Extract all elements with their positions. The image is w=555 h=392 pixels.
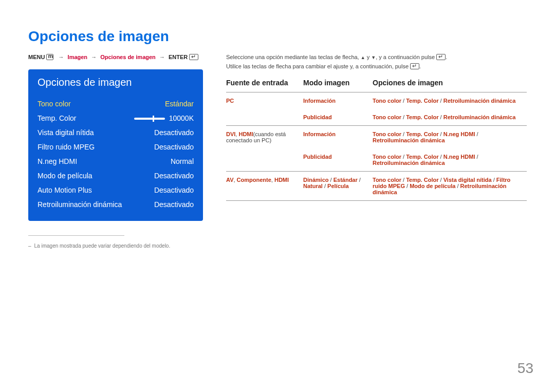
breadcrumb-imagen: Imagen	[68, 54, 88, 60]
footnote-text: La imagen mostrada puede variar dependie…	[34, 243, 171, 249]
osd-item-label: Filtro ruido MPEG	[38, 143, 95, 151]
osd-item-label: Tono color	[38, 100, 71, 108]
page-number: 53	[517, 360, 533, 377]
footnote: –La imagen mostrada puede variar dependi…	[28, 243, 203, 249]
cell-options: Tono color / Temp. Color / Retroiluminac…	[373, 92, 527, 109]
menu-icon	[46, 54, 53, 60]
table-row: AV, Componente, HDMIDinámico / Estándar …	[226, 172, 527, 201]
table-row: DVI, HDMI(cuando está conectado un PC)In…	[226, 126, 527, 148]
cell-source	[226, 109, 303, 126]
osd-item-value: 10000K	[134, 114, 194, 122]
cell-source: DVI, HDMI(cuando está conectado un PC)	[226, 126, 303, 148]
cell-options: Tono color / Temp. Color / Vista digital…	[373, 172, 527, 201]
osd-item-value: Desactivado	[154, 128, 194, 137]
table-header-source: Fuente de entrada	[226, 79, 303, 92]
arrow-icon: →	[91, 54, 97, 60]
cell-mode: Publicidad	[303, 109, 373, 126]
osd-item-value: Desactivado	[154, 143, 194, 151]
osd-menu-item[interactable]: Modo de películaDesactivado	[38, 169, 194, 183]
osd-menu-item[interactable]: Retroiluminación dinámicaDesactivado	[38, 197, 194, 212]
arrow-icon: →	[59, 54, 64, 60]
table-row: PublicidadTono color / Temp. Color / N.n…	[226, 148, 527, 172]
slider-icon	[134, 118, 165, 120]
enter-icon	[410, 63, 419, 69]
osd-menu-item[interactable]: Vista digital nítidaDesactivado	[38, 125, 194, 140]
osd-menu-item[interactable]: N.neg HDMINormal	[38, 154, 194, 169]
osd-menu-item[interactable]: Tono colorEstándar	[38, 97, 194, 111]
osd-item-label: Retroiluminación dinámica	[38, 200, 122, 209]
up-arrow-icon: ▲	[361, 55, 365, 60]
options-table: Fuente de entrada Modo imagen Opciones d…	[226, 79, 527, 201]
intro-text: , y a continuación pulse	[376, 54, 436, 60]
cell-mode: Dinámico / Estándar / Natural / Película	[303, 172, 373, 201]
osd-item-value: Desactivado	[154, 186, 194, 194]
cell-source: PC	[226, 92, 303, 109]
cell-options: Tono color / Temp. Color / N.neg HDMI / …	[373, 126, 527, 148]
table-row: PublicidadTono color / Temp. Color / Ret…	[226, 109, 527, 126]
osd-item-label: Temp. Color	[38, 114, 76, 122]
cell-source: AV, Componente, HDMI	[226, 172, 303, 201]
table-header-options: Opciones de imagen	[373, 79, 527, 92]
osd-item-label: Vista digital nítida	[38, 128, 94, 137]
note-divider	[28, 235, 124, 236]
intro-text: Seleccione una opción mediante las tecla…	[226, 54, 361, 60]
breadcrumb-enter: ENTER	[169, 54, 188, 60]
page-title: Opciones de imagen	[28, 28, 527, 45]
osd-item-label: Auto Motion Plus	[38, 186, 92, 194]
cell-mode: Información	[303, 92, 373, 109]
osd-item-value: Desactivado	[154, 172, 194, 180]
intro-text: Utilice las teclas de flecha para cambia…	[226, 63, 410, 69]
down-arrow-icon: ▼	[371, 55, 376, 60]
osd-item-value: Normal	[171, 157, 194, 165]
intro-line-2: Utilice las teclas de flecha para cambia…	[226, 63, 527, 69]
intro-line-1: Seleccione una opción mediante las tecla…	[226, 54, 527, 60]
cell-options: Tono color / Temp. Color / N.neg HDMI / …	[373, 148, 527, 172]
table-header-mode: Modo imagen	[303, 79, 373, 92]
cell-source	[226, 148, 303, 172]
cell-mode: Información	[303, 126, 373, 148]
enter-icon	[436, 54, 446, 60]
cell-mode: Publicidad	[303, 148, 373, 172]
osd-item-label: Modo de película	[38, 172, 92, 180]
cell-options: Tono color / Temp. Color / Retroiluminac…	[373, 109, 527, 126]
arrow-icon: →	[159, 54, 165, 60]
osd-panel: Opciones de imagen Tono colorEstándarTem…	[28, 69, 203, 221]
table-row: PCInformaciónTono color / Temp. Color / …	[226, 92, 527, 109]
enter-icon	[189, 54, 198, 60]
osd-item-label: N.neg HDMI	[38, 157, 77, 165]
osd-menu-item[interactable]: Auto Motion PlusDesactivado	[38, 183, 194, 197]
osd-item-value: Desactivado	[154, 200, 194, 209]
osd-menu-item[interactable]: Filtro ruido MPEGDesactivado	[38, 140, 194, 154]
osd-menu-item[interactable]: Temp. Color10000K	[38, 111, 194, 125]
intro-text: y	[365, 54, 372, 60]
osd-item-value: Estándar	[165, 100, 194, 108]
osd-panel-title: Opciones de imagen	[38, 77, 194, 88]
breadcrumb-opciones: Opciones de imagen	[100, 54, 156, 60]
breadcrumb: MENU → Imagen → Opciones de imagen → ENT…	[28, 54, 203, 60]
breadcrumb-menu: MENU	[28, 54, 45, 60]
